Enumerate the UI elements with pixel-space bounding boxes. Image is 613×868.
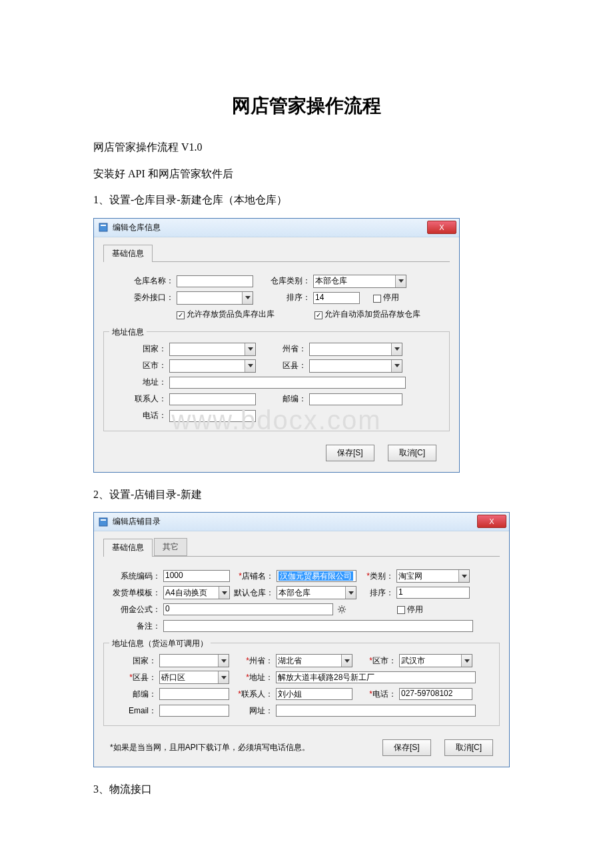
allow-neg-checkbox[interactable]: [177, 311, 185, 319]
edit-shop-dialog: 编辑店铺目录 X 基础信息 其它 系统编码： 1000 *店铺名： 汉伽元贸易有…: [93, 512, 510, 767]
svg-rect-3: [101, 519, 106, 521]
label-address: 地址：: [109, 377, 169, 388]
country-select[interactable]: [169, 343, 256, 356]
gear-icon[interactable]: [337, 605, 346, 614]
dangdang-note: *如果是当当网，且用API下载订单，必须填写电话信息。: [110, 742, 310, 753]
label-email: Email：: [109, 705, 159, 717]
label-allow-neg: 允许存放货品负库存出库: [187, 309, 275, 320]
warehouse-name-input[interactable]: [177, 275, 253, 287]
province-select[interactable]: 湖北省: [276, 654, 352, 667]
ship-tpl-select[interactable]: A4自动换页: [163, 586, 230, 599]
edit-warehouse-dialog: 编辑仓库信息 X 基础信息 仓库名称： 仓库类别： 本部仓库 委外接口：: [93, 218, 460, 473]
doc-install-line: 安装好 API 和网店管家软件后: [93, 165, 520, 183]
label-district: 区县：: [256, 360, 309, 371]
label-disable: 停用: [383, 292, 399, 303]
tab-strip: 基础信息: [103, 244, 450, 262]
chevron-down-icon: [458, 570, 469, 582]
label-commission: 佣金公式：: [103, 604, 163, 615]
outsource-select[interactable]: [177, 291, 253, 305]
dialog-title: 编辑仓库信息: [113, 222, 161, 233]
label-disable: 停用: [407, 604, 423, 615]
doc-step-2: 2、设置-店铺目录-新建: [93, 486, 520, 503]
category-select[interactable]: 淘宝网: [396, 569, 470, 583]
label-warehouse-type: 仓库类别：: [253, 275, 313, 287]
address-input[interactable]: [169, 377, 406, 389]
svg-rect-2: [99, 518, 107, 526]
cancel-button[interactable]: 取消[C]: [388, 445, 436, 461]
country-select[interactable]: [159, 654, 229, 667]
phone-input[interactable]: 027-59708102: [399, 688, 472, 700]
contact-input[interactable]: [169, 393, 256, 405]
postcode-input[interactable]: [309, 393, 402, 405]
dialog-titlebar: 编辑店铺目录 X: [94, 513, 509, 531]
svg-rect-0: [99, 223, 107, 231]
shopname-input[interactable]: 汉伽元贸易有限公司: [277, 570, 356, 582]
chevron-down-icon: [245, 360, 255, 372]
label-country: 国家：: [109, 343, 169, 355]
dialog-title: 编辑店铺目录: [113, 516, 161, 527]
page-title: 网店管家操作流程: [93, 93, 520, 119]
chevron-down-icon: [245, 343, 255, 355]
label-contact: *联系人：: [229, 689, 276, 700]
label-syscode: 系统编码：: [103, 571, 163, 582]
label-remark: 备注：: [103, 621, 163, 632]
doc-version-line: 网店管家操作流程 V1.0: [93, 139, 520, 156]
chevron-down-icon: [461, 655, 472, 667]
label-def-wh: 默认仓库：: [230, 587, 277, 599]
cancel-button[interactable]: 取消[C]: [444, 739, 493, 756]
commission-input[interactable]: 0: [163, 603, 333, 615]
label-phone: *电话：: [352, 689, 399, 700]
syscode-input[interactable]: 1000: [163, 570, 230, 582]
address-group: 地址信息 国家： 州省： 区市： 区县： 地址：: [103, 331, 450, 431]
province-select[interactable]: [309, 343, 402, 356]
label-ship-tpl: 发货单模板：: [103, 587, 163, 599]
tab-other[interactable]: 其它: [154, 538, 187, 556]
label-shopname: *店铺名：: [230, 571, 277, 582]
contact-input[interactable]: 刘小姐: [276, 688, 352, 700]
close-button[interactable]: X: [427, 221, 456, 234]
chevron-down-icon: [218, 671, 229, 683]
chevron-down-icon: [218, 655, 229, 667]
address-group-title: 地址信息（货运单可调用）: [109, 638, 211, 649]
app-icon: [98, 222, 109, 233]
save-button[interactable]: 保存[S]: [382, 739, 431, 756]
chevron-down-icon: [219, 587, 229, 599]
district-select[interactable]: [309, 359, 402, 373]
label-province: *州省：: [229, 655, 276, 667]
label-country: 国家：: [109, 655, 159, 667]
url-input[interactable]: [276, 705, 476, 717]
def-wh-select[interactable]: 本部仓库: [277, 586, 356, 599]
email-input[interactable]: [159, 705, 229, 717]
tab-basic-info[interactable]: 基础信息: [103, 539, 153, 557]
tab-basic-info[interactable]: 基础信息: [103, 245, 153, 262]
label-allow-auto: 允许自动添加货品存放仓库: [324, 309, 420, 320]
label-postcode: 邮编：: [109, 689, 159, 700]
label-province: 州省：: [256, 343, 309, 355]
order-input[interactable]: 1: [396, 587, 470, 599]
order-input[interactable]: 14: [313, 292, 360, 304]
app-icon: [98, 517, 109, 527]
svg-rect-1: [101, 225, 106, 226]
warehouse-type-value: 本部仓库: [315, 275, 347, 287]
postcode-input[interactable]: [159, 688, 229, 700]
disable-checkbox[interactable]: [397, 606, 405, 614]
label-postcode: 邮编：: [256, 393, 309, 405]
city-select[interactable]: [169, 359, 256, 373]
label-order: 排序：: [356, 587, 396, 599]
chevron-down-icon: [391, 343, 402, 355]
label-contact: 联系人：: [109, 393, 169, 405]
remark-input[interactable]: [163, 620, 473, 632]
chevron-down-icon: [395, 275, 406, 287]
allow-auto-checkbox[interactable]: [314, 311, 322, 319]
disable-checkbox[interactable]: [373, 295, 381, 303]
close-button[interactable]: X: [477, 515, 506, 528]
phone-input[interactable]: [169, 410, 256, 422]
label-category: *类别：: [356, 571, 396, 582]
warehouse-type-select[interactable]: 本部仓库: [313, 275, 406, 288]
doc-step-3: 3、物流接口: [93, 781, 520, 798]
district-select[interactable]: 硚口区: [159, 671, 229, 684]
city-select[interactable]: 武汉市: [399, 654, 472, 667]
address-input[interactable]: 解放大道丰硕路28号新工厂: [276, 671, 476, 683]
chevron-down-icon: [341, 655, 352, 667]
save-button[interactable]: 保存[S]: [326, 445, 374, 461]
